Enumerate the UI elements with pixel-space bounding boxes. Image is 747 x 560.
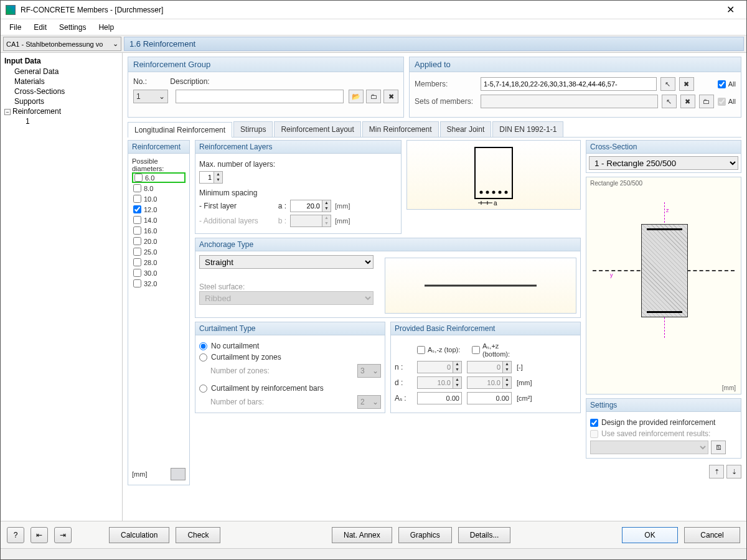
diameter-14[interactable]: 14.0 bbox=[132, 215, 186, 225]
curtailment-bars-radio[interactable]: Curtailment by reinforcement bars bbox=[199, 384, 381, 393]
sets-input[interactable] bbox=[481, 95, 658, 108]
diameter-8[interactable]: 8.0 bbox=[132, 183, 186, 194]
menu-file[interactable]: File bbox=[4, 21, 26, 34]
cross-section-select[interactable]: 1 - Rectangle 250/500 bbox=[589, 156, 738, 170]
tree-materials[interactable]: Materials bbox=[2, 77, 121, 86]
svg-point-4 bbox=[499, 191, 502, 194]
max-layers-label: Max. number of layers: bbox=[199, 160, 275, 169]
first-layer-spinner[interactable]: ▲▼ bbox=[290, 200, 331, 212]
details-button[interactable]: Details... bbox=[458, 527, 511, 543]
d-unit: [mm] bbox=[517, 379, 539, 386]
saved-results-open-button[interactable]: 🖻 bbox=[711, 441, 726, 454]
case-selector[interactable]: CA1 - Stahlbetonbemessung vo bbox=[3, 37, 121, 51]
layers-illustration: a bbox=[406, 140, 581, 210]
diameter-6[interactable]: 6.0 bbox=[132, 172, 186, 183]
members-clear-icon[interactable]: ✖ bbox=[679, 77, 694, 91]
bars-num-label: Number of bars: bbox=[210, 398, 264, 406]
tab-din[interactable]: DIN EN 1992-1-1 bbox=[492, 121, 563, 137]
copy-up-button[interactable]: ⇡ bbox=[709, 465, 724, 478]
cancel-button[interactable]: Cancel bbox=[684, 527, 740, 543]
tree-supports[interactable]: Supports bbox=[2, 96, 121, 106]
use-saved-checkbox[interactable]: Use saved reinforcement results: bbox=[590, 429, 737, 438]
menu-edit[interactable]: Edit bbox=[29, 21, 52, 34]
folder-open-icon[interactable]: 📂 bbox=[349, 90, 364, 103]
members-input[interactable] bbox=[481, 77, 657, 91]
curtailment-none-radio[interactable]: No curtailment bbox=[199, 342, 381, 350]
nav-tree: Input Data General Data Materials Cross-… bbox=[1, 53, 123, 521]
tree-general-data[interactable]: General Data bbox=[2, 67, 121, 77]
members-all-checkbox[interactable]: All bbox=[718, 80, 736, 88]
sets-pick-icon[interactable]: ↖ bbox=[662, 95, 677, 108]
d-label: d : bbox=[395, 378, 412, 387]
menu-settings[interactable]: Settings bbox=[54, 21, 91, 34]
steel-surface-select: Ribbed bbox=[199, 291, 374, 305]
design-provided-checkbox[interactable]: Design the provided reinforcement bbox=[590, 418, 737, 427]
svg-point-2 bbox=[486, 191, 489, 194]
menu-help[interactable]: Help bbox=[93, 21, 119, 34]
diameters-unit: [mm] bbox=[132, 470, 147, 478]
n-bot-input: 0▲▼ bbox=[467, 361, 512, 373]
svg-point-1 bbox=[480, 191, 483, 194]
first-layer-sym: a : bbox=[271, 202, 286, 210]
add-layer-sym: b : bbox=[271, 217, 286, 225]
tree-reinforcement-1[interactable]: 1 bbox=[2, 116, 121, 126]
provided-header: Provided Basic Reinforcement bbox=[391, 322, 580, 335]
tab-shear[interactable]: Shear Joint bbox=[440, 121, 492, 137]
tab-layout[interactable]: Reinforcement Layout bbox=[274, 121, 360, 137]
diameters-library-button[interactable] bbox=[171, 468, 186, 480]
diameter-30[interactable]: 30.0 bbox=[132, 268, 186, 278]
cross-section-header: Cross-Section bbox=[586, 141, 741, 154]
svg-point-3 bbox=[492, 191, 496, 194]
help-button[interactable]: ? bbox=[7, 527, 24, 543]
check-button[interactable]: Check bbox=[176, 527, 220, 543]
tab-stirrups[interactable]: Stirrups bbox=[233, 121, 273, 137]
as-bottom-checkbox[interactable]: Aₛ,+z (bottom): bbox=[472, 342, 528, 358]
tree-header: Input Data bbox=[2, 55, 121, 67]
sets-all-checkbox[interactable]: All bbox=[718, 98, 736, 106]
anchorage-select[interactable]: Straight bbox=[199, 255, 374, 269]
step-header: 1.6 Reinforcement bbox=[124, 37, 744, 51]
tree-cross-sections[interactable]: Cross-Sections bbox=[2, 86, 121, 96]
rg-description-input[interactable] bbox=[176, 90, 344, 103]
rg-no-select[interactable]: 1 bbox=[133, 90, 168, 103]
zones-num-label: Number of zones: bbox=[210, 366, 270, 375]
collapse-icon[interactable]: − bbox=[4, 109, 11, 115]
tab-min[interactable]: Min Reinforcement bbox=[362, 121, 439, 137]
close-icon[interactable]: ✕ bbox=[719, 4, 741, 16]
svg-text:a: a bbox=[494, 200, 497, 206]
diameter-28[interactable]: 28.0 bbox=[132, 257, 186, 268]
diameter-10[interactable]: 10.0 bbox=[132, 194, 186, 204]
calculation-button[interactable]: Calculation bbox=[109, 527, 169, 543]
copy-down-button[interactable]: ⇣ bbox=[726, 465, 741, 478]
diameter-16[interactable]: 16.0 bbox=[132, 225, 186, 236]
sets-clear-icon[interactable]: ✖ bbox=[680, 95, 695, 108]
cross-section-preview: Rectangle 250/500 z y [mm] bbox=[586, 177, 741, 394]
prev-step-button[interactable]: ⇤ bbox=[31, 527, 48, 543]
curtailment-zones-radio[interactable]: Curtailment by zones bbox=[199, 353, 381, 362]
delete-icon[interactable]: ✖ bbox=[383, 90, 398, 103]
ok-button[interactable]: OK bbox=[622, 527, 678, 543]
folder-new-icon[interactable]: 🗀 bbox=[366, 90, 381, 103]
app-icon bbox=[6, 5, 16, 15]
diameter-12[interactable]: 12.0 bbox=[132, 204, 186, 215]
as-top-checkbox[interactable]: Aₛ,-z (top): bbox=[417, 346, 467, 354]
steel-surface-label: Steel surface: bbox=[199, 282, 377, 291]
n-top-input: 0▲▼ bbox=[417, 361, 462, 373]
diameter-20[interactable]: 20.0 bbox=[132, 236, 186, 246]
tabs: Longitudinal Reinforcement Stirrups Rein… bbox=[128, 121, 741, 138]
as-label: Aₛ : bbox=[395, 394, 412, 403]
tree-reinforcement[interactable]: −Reinforcement bbox=[2, 106, 121, 116]
sets-new-icon[interactable]: 🗀 bbox=[699, 95, 714, 108]
next-step-button[interactable]: ⇥ bbox=[54, 527, 72, 543]
graphics-button[interactable]: Graphics bbox=[398, 527, 452, 543]
max-layers-spinner[interactable]: ▲▼ bbox=[199, 171, 223, 184]
add-layer-label: - Additional layers bbox=[199, 217, 268, 225]
diameter-32[interactable]: 32.0 bbox=[132, 278, 186, 289]
members-pick-icon[interactable]: ↖ bbox=[660, 77, 675, 91]
diameter-25[interactable]: 25.0 bbox=[132, 246, 186, 257]
add-layer-unit: [mm] bbox=[335, 217, 350, 225]
tab-longitudinal[interactable]: Longitudinal Reinforcement bbox=[128, 122, 232, 138]
nat-annex-button[interactable]: Nat. Annex bbox=[332, 527, 392, 543]
anchorage-header: Anchorage Type bbox=[195, 238, 580, 251]
members-label: Members: bbox=[415, 80, 477, 88]
